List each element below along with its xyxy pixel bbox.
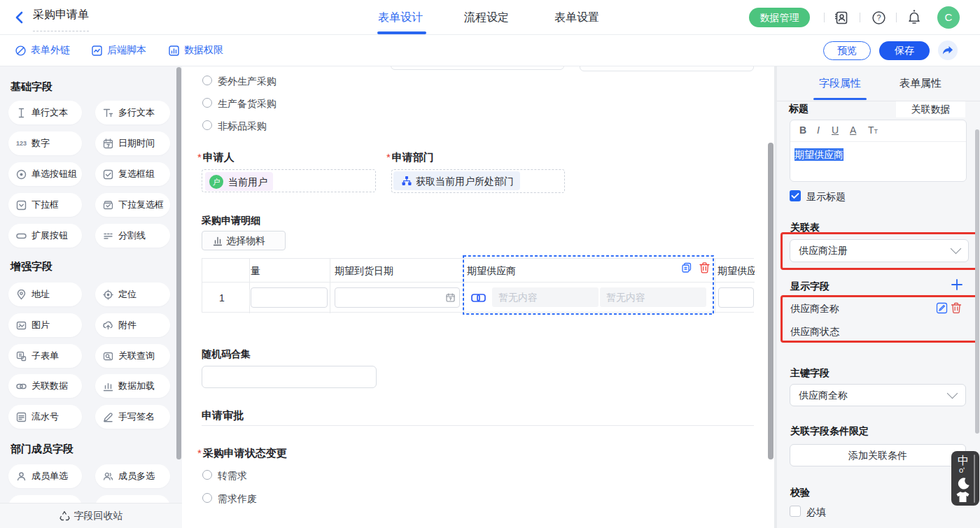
svg-text:?: ? xyxy=(876,13,881,22)
